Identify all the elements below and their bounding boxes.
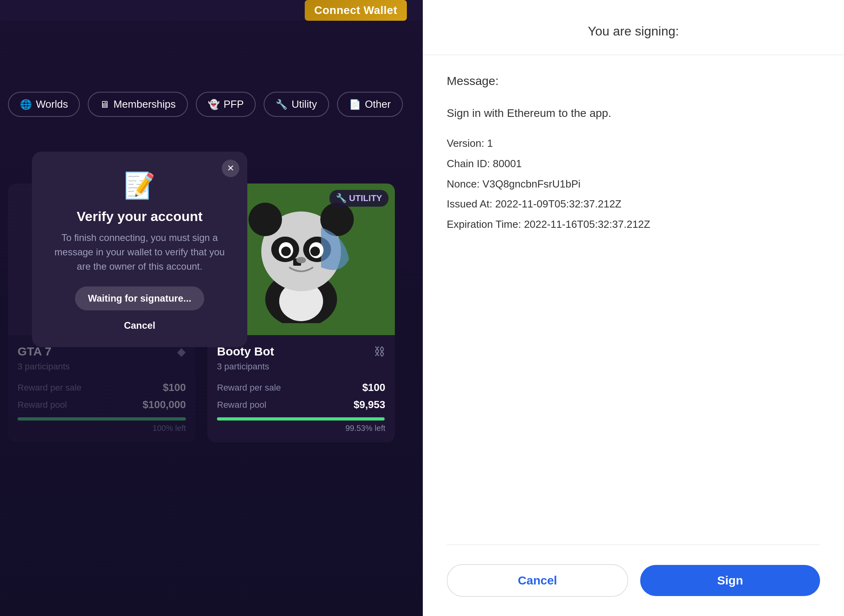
gta7-reward-sale-value: $100 [163, 381, 186, 394]
sign-version: Version: 1 [447, 134, 820, 153]
gta7-progress-bar-fill [18, 417, 186, 421]
modal-title: Verify your account [48, 209, 231, 224]
sign-issued-at: Issued At: 2022-11-09T05:32:37.212Z [447, 195, 820, 213]
svg-point-15 [296, 257, 306, 263]
gta7-pool-label: Reward pool [18, 400, 67, 410]
tab-pfp[interactable]: 👻 PFP [196, 92, 256, 117]
utility-badge: 🔧 UTILITY [329, 190, 388, 207]
nft-card-gta7-info: GTA 7 ◆ 3 participants Reward per sale $… [8, 335, 195, 442]
waiting-signature-indicator: Waiting for signature... [75, 286, 204, 310]
pfp-icon: 👻 [208, 99, 220, 110]
filter-tabs-row: 🌐 Worlds 🖥 Memberships 👻 PFP 🔧 Utility 📄… [0, 92, 423, 117]
tab-other[interactable]: 📄 Other [337, 92, 403, 117]
sign-panel-header: You are signing: [423, 0, 844, 55]
utility-icon: 🔧 [276, 99, 288, 110]
booty-reward-pool: Reward pool $9,953 [217, 399, 385, 411]
sign-nonce: Nonce: V3Q8gncbnFsrU1bPi [447, 175, 820, 193]
modal-icon: 📝 [48, 171, 231, 201]
gta7-pool-value: $100,000 [143, 399, 186, 411]
sign-panel: You are signing: Message: Sign in with E… [423, 0, 844, 616]
sign-panel-footer: Cancel Sign [423, 545, 844, 616]
booty-reward-sale-label: Reward per sale [217, 383, 281, 393]
gta7-progress-label: 100% left [18, 424, 186, 433]
sign-cancel-button[interactable]: Cancel [447, 564, 628, 597]
sign-panel-body: Message: Sign in with Ethereum to the ap… [423, 55, 844, 545]
svg-point-6 [248, 203, 282, 236]
tab-utility[interactable]: 🔧 Utility [264, 92, 329, 117]
booty-progress-bar-bg [217, 417, 385, 421]
gta7-reward-per-sale: Reward per sale $100 [18, 381, 186, 394]
gta7-reward-pool: Reward pool $100,000 [18, 399, 186, 411]
utility-badge-icon: 🔧 [336, 193, 347, 203]
tab-pfp-label: PFP [224, 98, 244, 111]
svg-point-12 [281, 247, 291, 256]
sign-message-intro: Sign in with Ethereum to the app. [447, 107, 820, 120]
modal-close-button[interactable]: ✕ [222, 160, 239, 177]
connect-wallet-button[interactable]: Connect Wallet [305, 0, 407, 21]
booty-reward-per-sale: Reward per sale $100 [217, 381, 385, 394]
link-chain-icon: ⛓ [374, 345, 385, 358]
tab-worlds[interactable]: 🌐 Worlds [8, 92, 80, 117]
booty-reward-sale-value: $100 [362, 381, 385, 394]
sign-expiration: Expiration Time: 2022-11-16T05:32:37.212… [447, 215, 820, 234]
sign-message-content: Version: 1 Chain ID: 80001 Nonce: V3Q8gn… [447, 134, 820, 234]
gta7-participants: 3 participants [18, 361, 186, 372]
booty-pool-value: $9,953 [353, 399, 385, 411]
worlds-icon: 🌐 [20, 99, 32, 110]
sign-chain-id: Chain ID: 80001 [447, 154, 820, 173]
gta7-progress-bar-bg [18, 417, 186, 421]
modal-description: To finish connecting, you must sign a me… [48, 231, 231, 274]
booty-progress-bar-fill [217, 417, 385, 421]
verify-modal: ✕ 📝 Verify your account To finish connec… [32, 152, 247, 347]
tab-memberships-label: Memberships [113, 98, 176, 111]
other-icon: 📄 [349, 99, 361, 110]
tab-utility-label: Utility [292, 98, 317, 111]
booty-pool-label: Reward pool [217, 400, 266, 410]
booty-title-row: Booty Bot ⛓ [217, 345, 385, 358]
utility-badge-label: UTILITY [349, 193, 382, 203]
gta7-reward-sale-label: Reward per sale [18, 383, 81, 393]
panda-art [241, 195, 361, 323]
sign-button[interactable]: Sign [640, 565, 820, 596]
booty-participants: 3 participants [217, 361, 385, 372]
booty-progress-label: 99.53% left [217, 424, 385, 433]
tab-worlds-label: Worlds [36, 98, 68, 111]
sign-panel-title: You are signing: [588, 24, 679, 38]
nft-card-booty-info: Booty Bot ⛓ 3 participants Reward per sa… [207, 335, 395, 442]
modal-cancel-link[interactable]: Cancel [48, 320, 231, 331]
sign-message-label: Message: [447, 74, 820, 88]
header-bar: Connect Wallet [0, 0, 423, 21]
tab-memberships[interactable]: 🖥 Memberships [88, 92, 187, 117]
tab-other-label: Other [365, 98, 391, 111]
memberships-icon: 🖥 [100, 99, 109, 110]
svg-point-13 [310, 247, 320, 256]
